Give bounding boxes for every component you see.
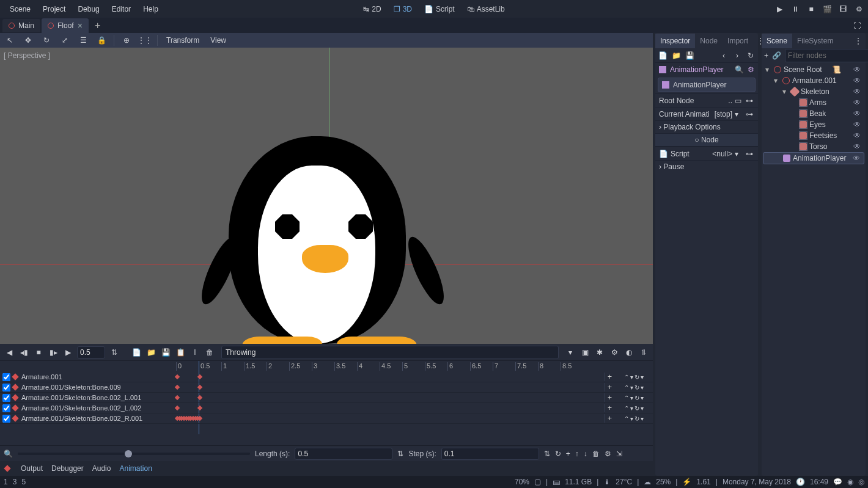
anim-next-button[interactable]: ▮▸ xyxy=(48,347,59,358)
tree-item-skeleton[interactable]: ▾ Skeleton 👁 xyxy=(763,86,864,97)
filter-nodes-input[interactable] xyxy=(785,49,868,62)
workspace-script[interactable]: 📄Script xyxy=(419,2,460,16)
assign-icon[interactable]: ▭ xyxy=(735,97,743,105)
menu-debug[interactable]: Debug xyxy=(72,1,105,17)
anim-copy-button[interactable]: 📋 xyxy=(175,347,186,358)
close-icon[interactable]: × xyxy=(78,21,83,31)
interp-icon[interactable]: ⌃ xyxy=(624,374,629,381)
loop-button[interactable]: ↻ xyxy=(555,450,561,458)
anim-first-button[interactable]: ◀ xyxy=(4,347,15,358)
interp-dropdown[interactable]: ▾ xyxy=(630,415,633,422)
dropdown-icon[interactable]: ▾ xyxy=(735,110,743,118)
snap-toggle[interactable]: ⋮⋮ xyxy=(139,34,151,46)
anim-stop-button[interactable]: ■ xyxy=(33,347,44,358)
wrap-dropdown[interactable]: ▾ xyxy=(641,405,644,412)
cleanup-button[interactable]: ⇲ xyxy=(616,450,622,458)
keyframe[interactable] xyxy=(197,374,202,379)
tree-arrow[interactable]: ▾ xyxy=(765,65,771,74)
menu-editor[interactable]: Editor xyxy=(106,1,137,17)
length-updown-icon[interactable]: ⇅ xyxy=(397,450,403,458)
animation-track[interactable]: Armature.001/Skeleton:Bone.002_L.002 + ⌃… xyxy=(0,403,653,413)
wrap-icon[interactable]: ↻ xyxy=(634,415,639,422)
tab-scene[interactable]: Scene xyxy=(762,34,792,48)
tab-main[interactable]: Main xyxy=(2,19,40,32)
keyframe[interactable] xyxy=(175,406,180,410)
anim-new-button[interactable]: 📄 xyxy=(131,347,142,358)
animation-name-input[interactable] xyxy=(221,346,559,359)
delete-track-button[interactable]: 🗑 xyxy=(592,450,600,458)
menu-project[interactable]: Project xyxy=(37,1,72,17)
view-menu[interactable]: View xyxy=(208,36,229,45)
scale-tool[interactable]: ⤢ xyxy=(59,34,71,46)
interp-dropdown[interactable]: ▾ xyxy=(630,405,633,412)
animation-track[interactable]: Armature.001/Skeleton:Bone.009 + ⌃▾ ↻▾ xyxy=(0,382,653,393)
tray-icon[interactable]: ◉ xyxy=(847,478,853,486)
playback-options-section[interactable]: › Playback Options xyxy=(655,120,758,133)
timeline-ruler[interactable]: 00.511.522.533.544.555.566.577.588.5 xyxy=(176,361,653,372)
add-key-button[interactable]: + xyxy=(604,404,615,412)
animation-track[interactable]: Armature.001 + ⌃▾ ↻▾ xyxy=(0,372,653,382)
play-scene-button[interactable]: 🎬 xyxy=(822,4,833,15)
keyframe[interactable] xyxy=(175,385,180,390)
track-keys[interactable] xyxy=(175,413,604,423)
history-prev-button[interactable]: ‹ xyxy=(719,51,729,60)
add-track-button[interactable]: + xyxy=(566,450,570,458)
lock-tool[interactable]: 🔒 xyxy=(95,34,108,46)
anim-rename-button[interactable]: I xyxy=(189,347,200,358)
visibility-icon[interactable]: 👁 xyxy=(853,87,862,96)
select-tool[interactable]: ↖ xyxy=(4,34,16,46)
root-node-value[interactable]: .. xyxy=(728,97,732,105)
tree-item-eyes[interactable]: Eyes 👁 xyxy=(763,119,864,130)
tab-node[interactable]: Node xyxy=(695,34,723,48)
anim-save-button[interactable]: 💾 xyxy=(160,347,171,358)
interp-icon[interactable]: ⌃ xyxy=(624,405,629,412)
key-icon[interactable]: ⊶ xyxy=(746,97,754,105)
dock-menu-icon[interactable]: ⋮ xyxy=(851,37,866,45)
tree-arrow[interactable]: ▾ xyxy=(782,87,789,96)
play-project-button[interactable]: ▶ xyxy=(774,4,785,15)
tree-item-animationplayer[interactable]: AnimationPlayer 👁 xyxy=(763,152,864,164)
track-enable-checkbox[interactable] xyxy=(2,373,10,381)
anim-autoplay-button[interactable]: ▣ xyxy=(579,347,590,358)
anim-pin-button[interactable]: ⥮ xyxy=(638,347,649,358)
transform-menu[interactable]: Transform xyxy=(164,36,202,45)
tree-item-beak[interactable]: Beak 👁 xyxy=(763,108,864,119)
settings-icon[interactable]: ⚙ xyxy=(853,4,864,15)
keyframe[interactable] xyxy=(197,395,202,400)
add-key-button[interactable]: + xyxy=(604,414,615,423)
script-value[interactable]: <null> xyxy=(712,150,732,158)
tree-item-torso[interactable]: Torso 👁 xyxy=(763,141,864,152)
track-enable-checkbox[interactable] xyxy=(2,394,10,402)
tab-floof[interactable]: Floof× xyxy=(42,18,89,33)
menu-scene[interactable]: Scene xyxy=(4,1,37,17)
zoom-slider[interactable] xyxy=(18,453,250,455)
viewport-3d[interactable]: [ Perspective ] xyxy=(0,48,653,344)
interp-icon[interactable]: ⌃ xyxy=(624,384,629,391)
visibility-icon[interactable]: 👁 xyxy=(853,76,862,85)
tray-icon-2[interactable]: ◎ xyxy=(858,478,864,486)
track-enable-checkbox[interactable] xyxy=(2,404,10,412)
keyframe[interactable] xyxy=(197,406,202,410)
wrap-icon[interactable]: ↻ xyxy=(634,374,639,381)
tab-debugger[interactable]: Debugger xyxy=(51,464,84,473)
track-up-button[interactable]: ↑ xyxy=(575,450,579,458)
interp-dropdown[interactable]: ▾ xyxy=(630,374,633,381)
tree-arrow[interactable]: ▾ xyxy=(774,76,780,85)
visibility-icon[interactable]: 👁 xyxy=(853,109,862,118)
track-enable-checkbox[interactable] xyxy=(2,415,10,423)
local-space-toggle[interactable]: ⊕ xyxy=(120,34,133,46)
track-keys[interactable] xyxy=(175,403,604,413)
distraction-free-button[interactable]: ⛶ xyxy=(848,19,866,32)
instance-button[interactable]: 🔗 xyxy=(772,51,781,60)
wrap-dropdown[interactable]: ▾ xyxy=(641,415,644,422)
tab-inspector[interactable]: Inspector xyxy=(655,34,695,48)
tree-item-feetsies[interactable]: Feetsies 👁 xyxy=(763,130,864,141)
interp-icon[interactable]: ⌃ xyxy=(624,395,629,401)
anim-pos-input[interactable] xyxy=(77,346,105,359)
tab-import[interactable]: Import xyxy=(723,34,753,48)
interp-icon[interactable]: ⌃ xyxy=(624,415,629,422)
add-key-button[interactable]: + xyxy=(604,373,615,381)
new-resource-button[interactable]: 📄 xyxy=(658,51,668,60)
keyframe[interactable] xyxy=(175,374,180,379)
pause-project-button[interactable]: ⏸ xyxy=(790,4,801,15)
